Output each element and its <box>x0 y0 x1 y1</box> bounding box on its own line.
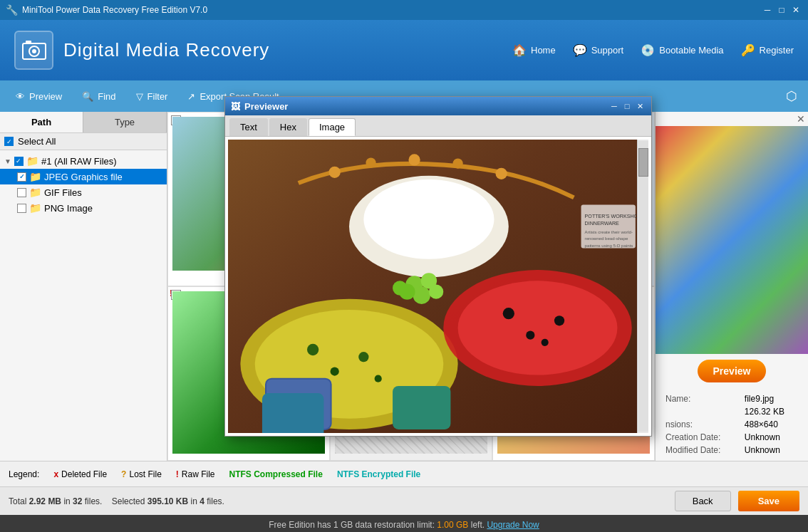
tree-item-png[interactable]: 📁 PNG Image <box>0 200 167 216</box>
select-all-label: Select All <box>18 136 56 147</box>
gif-checkbox[interactable] <box>17 188 26 197</box>
preview-button[interactable]: 👁 Preview <box>7 85 71 108</box>
svg-text:DINNERWARE: DINNERWARE <box>585 221 619 226</box>
window-controls: ─ □ ✕ <box>761 4 802 16</box>
pottery-preview-image: POTTER'S WORKSHOP DINNERWARE Artists cre… <box>228 140 637 433</box>
svg-point-29 <box>429 284 443 298</box>
app-icon: 🔧 <box>6 4 18 16</box>
find-icon: 🔍 <box>82 91 93 102</box>
right-panel-close[interactable]: ✕ <box>656 112 808 126</box>
dialog-image-area: POTTER'S WORKSHOP DINNERWARE Artists cre… <box>228 140 637 433</box>
header: Digital Media Recovery 🏠 Home 💬 Support … <box>0 20 808 80</box>
dialog-close[interactable]: ✕ <box>634 100 646 112</box>
svg-point-28 <box>399 283 415 299</box>
nav-register[interactable]: 🔑 Register <box>741 43 794 57</box>
legend-raw: ! Raw File <box>176 469 215 479</box>
modified-label: Modified Date: <box>663 444 742 457</box>
status-buttons: Back Save <box>675 491 799 511</box>
export-icon: ↗ <box>187 91 195 102</box>
maximize-button[interactable]: □ <box>775 4 788 16</box>
svg-point-16 <box>554 315 564 325</box>
svg-point-31 <box>366 157 375 167</box>
detail-dimensions-row: nsions: 488×640 <box>663 418 801 431</box>
status-bar: Total 2.92 MB in 32 files. Selected 395.… <box>0 486 808 515</box>
svg-point-27 <box>413 287 430 304</box>
dialog-minimize[interactable]: ─ <box>608 100 620 112</box>
tree-root-item[interactable]: ▼ ✓ 📁 #1 (All RAW Files) <box>0 153 167 169</box>
detail-size-row: 126.32 KB <box>663 405 801 418</box>
dialog-tab-image[interactable]: Image <box>309 118 356 136</box>
svg-point-32 <box>408 154 420 165</box>
png-checkbox[interactable] <box>17 204 26 213</box>
notice-text-middle: left. <box>471 520 485 530</box>
dialog-title-bar: 🖼 Previewer ─ □ ✕ <box>225 97 651 115</box>
dialog-tabs: Text Hex Image <box>225 115 651 137</box>
root-label: #1 (All RAW Files) <box>41 156 117 167</box>
right-panel-preview-button[interactable]: Preview <box>698 360 767 382</box>
nav-support[interactable]: 💬 Support <box>573 43 624 57</box>
jpeg-checkbox[interactable]: ✓ <box>17 172 26 182</box>
nav-bootable-media[interactable]: 💿 Bootable Media <box>641 43 723 57</box>
find-button[interactable]: 🔍 Find <box>73 85 124 108</box>
svg-point-17 <box>542 339 549 346</box>
minimize-button[interactable]: ─ <box>761 4 774 16</box>
svg-point-34 <box>496 168 507 179</box>
creation-label: Creation Date: <box>663 431 742 444</box>
dialog-tab-hex[interactable]: Hex <box>269 118 307 136</box>
svg-point-2 <box>32 49 36 53</box>
preview-icon: 👁 <box>16 91 25 102</box>
folder-icon-gif: 📁 <box>29 187 41 198</box>
upgrade-link[interactable]: Upgrade Now <box>487 520 539 530</box>
dialog-body: POTTER'S WORKSHOP DINNERWARE Artists cre… <box>225 137 651 436</box>
detail-modified-row: Modified Date: Unknown <box>663 444 801 457</box>
svg-text:renowned bead-shape: renowned bead-shape <box>585 236 628 241</box>
save-button[interactable]: Save <box>738 491 799 511</box>
dialog-scrollbar[interactable] <box>637 140 648 433</box>
scrollbar-track[interactable] <box>638 141 648 432</box>
bottom-notice: Free Edition has 1 GB data restoration l… <box>0 515 808 532</box>
tab-path[interactable]: Path <box>0 112 83 132</box>
tab-type[interactable]: Type <box>83 112 167 132</box>
nav-bootable-label: Bootable Media <box>659 45 723 56</box>
svg-point-8 <box>307 344 318 355</box>
notice-text-before: Free Edition has 1 GB data restoration l… <box>269 520 435 530</box>
nav-home[interactable]: 🏠 Home <box>512 43 556 57</box>
file-size-value: 126.32 KB <box>742 405 801 418</box>
sidebar: Path Type ✓ Select All ▼ ✓ 📁 #1 (All RAW… <box>0 112 167 461</box>
share-icon[interactable]: ⬡ <box>782 85 801 108</box>
scrollbar-thumb[interactable] <box>638 148 648 177</box>
svg-text:Artists create their world-: Artists create their world- <box>585 229 633 234</box>
dialog-maximize[interactable]: □ <box>621 100 633 112</box>
file-name-label: Name: <box>663 392 742 405</box>
legend-ntfs-compressed: NTFS Compressed File <box>229 469 323 479</box>
dimensions-label: nsions: <box>663 418 742 431</box>
filter-button[interactable]: ▽ Filter <box>128 85 177 108</box>
root-checkbox[interactable]: ✓ <box>14 157 24 166</box>
back-button[interactable]: Back <box>675 491 731 511</box>
close-button[interactable]: ✕ <box>789 4 802 16</box>
total-size: 2.92 MB <box>29 496 61 506</box>
png-label: PNG Image <box>44 203 93 214</box>
dialog-tab-text[interactable]: Text <box>229 118 268 136</box>
svg-point-11 <box>375 375 382 382</box>
right-panel-image <box>656 126 808 354</box>
dimensions-value: 488×640 <box>742 418 801 431</box>
select-all-checkbox[interactable]: ✓ <box>4 137 14 146</box>
detail-creation-row: Creation Date: Unknown <box>663 431 801 444</box>
folder-icon-root: 📁 <box>26 155 38 167</box>
legend: Legend: x Deleted File ? Lost File ! Raw… <box>0 461 808 486</box>
svg-point-30 <box>329 167 341 178</box>
nav-support-label: Support <box>591 45 624 56</box>
svg-text:patterns using 5-D paints: patterns using 5-D paints <box>585 243 633 248</box>
app-title: MiniTool Power Data Recovery Free Editio… <box>22 5 207 15</box>
register-icon: 🔑 <box>741 43 755 57</box>
notice-highlight: 1.00 GB <box>437 520 468 530</box>
status-text: Total 2.92 MB in 32 files. Selected 395.… <box>9 496 224 506</box>
tree-item-gif[interactable]: 📁 GIF Files <box>0 184 167 200</box>
selected-size: 395.10 KB <box>147 496 188 506</box>
select-all-row: ✓ Select All <box>0 133 167 150</box>
header-navigation: 🏠 Home 💬 Support 💿 Bootable Media 🔑 Regi… <box>512 43 794 57</box>
tree-item-jpeg[interactable]: ✓ 📁 JPEG Graphics file <box>0 169 167 184</box>
folder-icon-jpeg: 📁 <box>29 171 41 182</box>
nav-home-label: Home <box>531 45 556 56</box>
